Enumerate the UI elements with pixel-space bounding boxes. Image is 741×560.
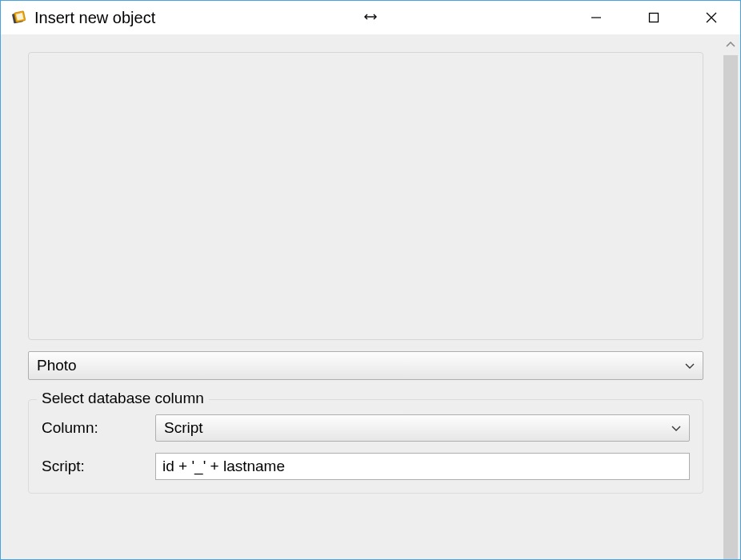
script-label: Script: — [42, 458, 146, 475]
chevron-down-icon — [685, 358, 695, 374]
svg-rect-5 — [650, 14, 659, 22]
column-dropdown-value: Script — [164, 419, 671, 437]
object-type-value: Photo — [37, 357, 685, 374]
content-panel: Photo Select database column Column: Scr… — [1, 34, 721, 559]
window-controls — [567, 1, 740, 34]
fieldset-legend: Select database column — [37, 390, 209, 407]
column-row: Column: Script — [42, 414, 690, 442]
scroll-up-button[interactable] — [721, 34, 740, 55]
script-row: Script: — [42, 453, 690, 480]
maximize-button[interactable] — [625, 1, 683, 34]
window-title: Insert new object — [34, 9, 155, 27]
client-area: Photo Select database column Column: Scr… — [1, 34, 740, 559]
chevron-down-icon — [671, 420, 681, 436]
database-column-fieldset: Select database column Column: Script Sc… — [28, 399, 703, 494]
close-button[interactable] — [683, 1, 740, 34]
object-type-dropdown[interactable]: Photo — [28, 351, 703, 380]
column-dropdown[interactable]: Script — [155, 414, 690, 442]
scrollbar-track[interactable] — [721, 55, 740, 559]
app-icon — [10, 9, 28, 26]
resize-horizontal-icon[interactable] — [363, 10, 378, 25]
script-input[interactable] — [155, 453, 690, 480]
svg-rect-2 — [16, 13, 23, 20]
titlebar: Insert new object — [1, 1, 740, 34]
preview-area — [28, 52, 703, 340]
vertical-scrollbar[interactable] — [721, 34, 740, 559]
scrollbar-thumb[interactable] — [723, 55, 738, 559]
minimize-button[interactable] — [567, 1, 625, 34]
column-label: Column: — [42, 419, 146, 437]
dialog-window: Insert new object — [0, 0, 741, 560]
